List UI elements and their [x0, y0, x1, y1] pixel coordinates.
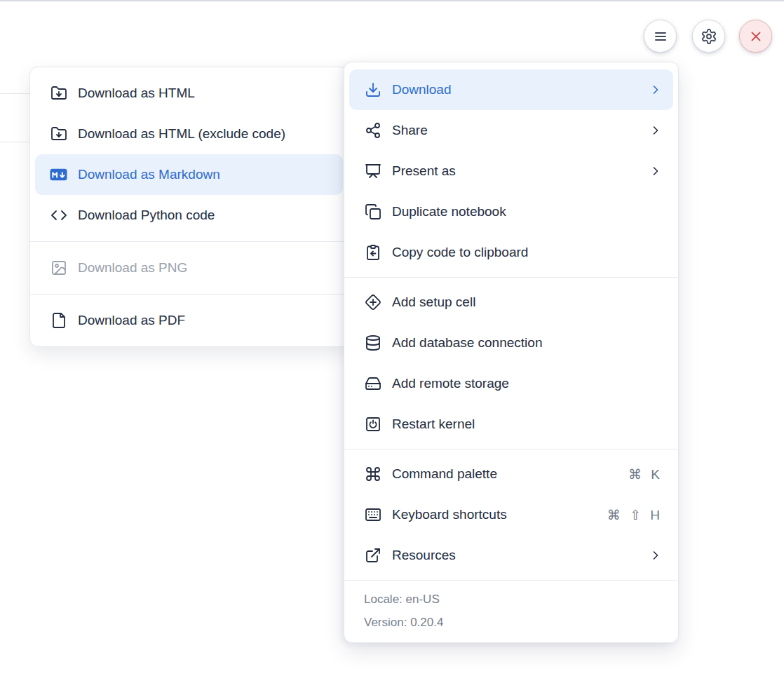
- download-icon: [364, 81, 381, 99]
- shortcut-hint: ⌘ K: [628, 466, 663, 482]
- notebook-actions-button[interactable]: [644, 20, 677, 53]
- notebook-menu: Download Share Present as Duplicate note…: [344, 62, 679, 643]
- version-text: Version: 0.20.4: [364, 611, 658, 634]
- background-cell-border: [0, 93, 29, 94]
- download-submenu: Download as HTML Download as HTML (exclu…: [29, 67, 349, 347]
- menu-item-download-as-pdf[interactable]: Download as PDF: [30, 300, 348, 341]
- menu-item-command-palette[interactable]: Command palette ⌘ K: [344, 454, 678, 494]
- menu-item-download[interactable]: Download: [349, 69, 673, 110]
- power-icon: [364, 416, 381, 433]
- menu-separator: [344, 277, 678, 278]
- menu-separator: [344, 449, 678, 449]
- keyboard-icon: [364, 506, 381, 524]
- database-icon: [364, 334, 381, 352]
- hard-drive-icon: [364, 375, 381, 393]
- menu-footer: Locale: en-US Version: 0.20.4: [344, 580, 678, 642]
- share-icon: [364, 122, 381, 140]
- menu-item-add-remote-storage[interactable]: Add remote storage: [344, 363, 678, 404]
- menu-item-share[interactable]: Share: [344, 110, 678, 151]
- clipboard-copy-icon: [364, 244, 381, 262]
- menu-item-label: Keyboard shortcuts: [392, 507, 507, 522]
- menu-item-add-database-connection[interactable]: Add database connection: [344, 323, 678, 363]
- menu-item-download-as-html-exclude-code[interactable]: Download as HTML (exclude code): [30, 114, 348, 154]
- menu-item-label: Present as: [392, 163, 456, 179]
- presentation-icon: [364, 163, 381, 180]
- menu-item-label: Add database connection: [392, 335, 542, 351]
- menu-item-label: Resources: [392, 548, 456, 563]
- menu-item-present-as[interactable]: Present as: [344, 151, 678, 191]
- folder-down-icon: [50, 126, 67, 143]
- copy-icon: [364, 203, 381, 221]
- file-icon: [50, 312, 67, 330]
- menu-item-label: Restart kernel: [392, 417, 475, 432]
- menu-item-label: Add remote storage: [392, 376, 509, 391]
- shortcut-hint: ⌘ ⇧ H: [607, 507, 663, 523]
- command-icon: [364, 466, 381, 483]
- menu-item-download-python-code[interactable]: Download Python code: [30, 195, 348, 236]
- background-cell-border: [0, 142, 29, 142]
- menu-item-keyboard-shortcuts[interactable]: Keyboard shortcuts ⌘ ⇧ H: [344, 494, 678, 535]
- shutdown-button[interactable]: [739, 20, 772, 53]
- menu-item-label: Add setup cell: [392, 295, 475, 310]
- menu-item-duplicate-notebook[interactable]: Duplicate notebook: [344, 191, 678, 232]
- menu-item-label: Download Python code: [78, 208, 215, 223]
- menu-item-label: Share: [392, 123, 428, 138]
- close-icon: [748, 29, 764, 44]
- folder-down-icon: [50, 85, 67, 102]
- settings-button[interactable]: [692, 20, 725, 53]
- menu-item-copy-code-to-clipboard[interactable]: Copy code to clipboard: [344, 232, 678, 273]
- gear-icon: [701, 28, 717, 45]
- code-icon: [50, 207, 67, 224]
- menu-item-resources[interactable]: Resources: [344, 535, 678, 576]
- hamburger-icon: [652, 28, 669, 45]
- menu-item-download-as-html[interactable]: Download as HTML: [30, 73, 348, 114]
- menu-item-label: Command palette: [392, 466, 497, 482]
- menu-item-label: Download as PNG: [78, 260, 187, 276]
- menu-item-label: Download as HTML (exclude code): [78, 126, 285, 142]
- menu-item-label: Download as HTML: [78, 86, 195, 101]
- locale-text: Locale: en-US: [364, 588, 658, 611]
- chevron-right-icon: [649, 548, 663, 562]
- image-icon: [50, 259, 67, 277]
- menu-item-restart-kernel[interactable]: Restart kernel: [344, 404, 678, 445]
- menu-item-label: Copy code to clipboard: [392, 245, 528, 260]
- menu-item-add-setup-cell[interactable]: Add setup cell: [344, 282, 678, 323]
- menu-separator: [30, 241, 348, 242]
- menu-item-label: Download as PDF: [78, 313, 185, 328]
- menu-item-download-as-png: Download as PNG: [30, 248, 348, 288]
- menu-item-label: Download as Markdown: [78, 167, 220, 182]
- chevron-right-icon: [649, 123, 663, 137]
- page-top-border: [0, 0, 784, 1]
- diamond-plus-icon: [364, 294, 381, 311]
- menu-item-download-as-markdown[interactable]: Download as Markdown: [35, 154, 343, 195]
- menu-item-label: Download: [392, 82, 452, 97]
- markdown-download-icon: [50, 166, 67, 184]
- external-link-icon: [364, 547, 381, 564]
- chevron-right-icon: [649, 83, 663, 97]
- menu-separator: [30, 294, 348, 295]
- chevron-right-icon: [649, 164, 663, 178]
- menu-item-label: Duplicate notebook: [392, 204, 506, 219]
